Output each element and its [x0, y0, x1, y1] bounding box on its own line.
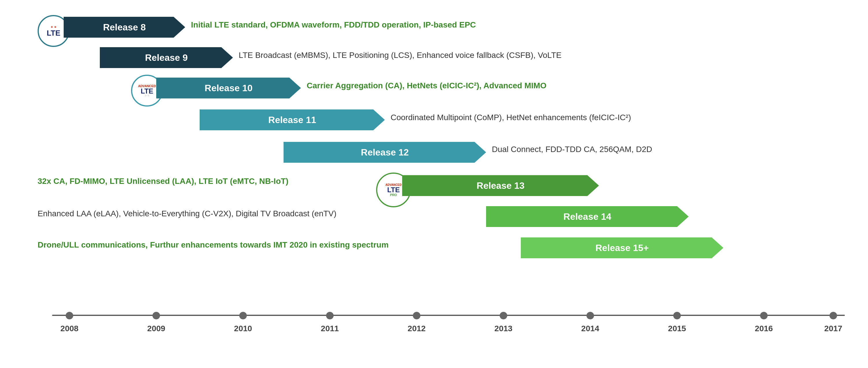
banner-release10: Release 10: [156, 78, 301, 98]
timeline-year-2017: 2017: [824, 324, 842, 333]
timeline-dot-2017: [830, 312, 837, 319]
banner-release11: Release 11: [199, 109, 385, 130]
banner-release14: Release 14: [486, 206, 689, 227]
timeline-year-2016: 2016: [755, 324, 773, 333]
release13-label: Release 13: [476, 180, 524, 191]
release8-label: Release 8: [103, 22, 146, 33]
timeline-dot-2009: [153, 312, 160, 319]
feature-release14: Enhanced LAA (eLAA), Vehicle-to-Everythi…: [38, 209, 337, 218]
timeline-dot-2014: [587, 312, 594, 319]
timeline-year-2015: 2015: [668, 324, 686, 333]
banner-release13: Release 13: [402, 175, 599, 196]
release14-label: Release 14: [563, 211, 611, 222]
timeline-year-2012: 2012: [408, 324, 426, 333]
timeline-year-2011: 2011: [321, 324, 339, 333]
feature-release12: Dual Connect, FDD-TDD CA, 256QAM, D2D: [492, 145, 652, 154]
banner-release15: Release 15+: [521, 237, 723, 258]
timeline-dot-2016: [760, 312, 768, 319]
banner-release8: Release 8: [64, 17, 185, 38]
feature-release9: LTE Broadcast (eMBMS), LTE Positioning (…: [239, 51, 562, 60]
feature-release11: Coordinated Multipoint (CoMP), HetNet en…: [391, 113, 631, 122]
release11-label: Release 11: [268, 115, 316, 125]
timeline-year-2010: 2010: [234, 324, 252, 333]
timeline-year-2008: 2008: [60, 324, 79, 333]
timeline-dot-2012: [413, 312, 421, 319]
feature-release8: Initial LTE standard, OFDMA waveform, FD…: [191, 20, 476, 30]
banner-release9: Release 9: [100, 47, 233, 68]
banner-release12: Release 12: [283, 142, 486, 163]
timeline-year-2014: 2014: [581, 324, 599, 333]
timeline-dot-2015: [673, 312, 681, 319]
timeline-dot-2013: [500, 312, 507, 319]
main-container: ⚬⚬ LTE Release 8 Initial LTE standard, O…: [0, 0, 868, 368]
feature-release10: Carrier Aggregation (CA), HetNets (eICIC…: [307, 81, 547, 90]
release12-label: Release 12: [361, 147, 408, 158]
release10-label: Release 10: [205, 83, 252, 93]
release9-label: Release 9: [145, 52, 188, 63]
timeline-dot-2008: [66, 312, 73, 319]
feature-release13: 32x CA, FD-MIMO, LTE Unlicensed (LAA), L…: [38, 177, 288, 186]
timeline-dot-2011: [326, 312, 334, 319]
timeline-year-2009: 2009: [147, 324, 165, 333]
release15-label: Release 15+: [595, 243, 649, 253]
timeline-dot-2010: [239, 312, 247, 319]
feature-release15: Drone/ULL communications, Furthur enhanc…: [38, 240, 389, 250]
timeline-year-2013: 2013: [494, 324, 513, 333]
timeline-line: [52, 315, 845, 316]
